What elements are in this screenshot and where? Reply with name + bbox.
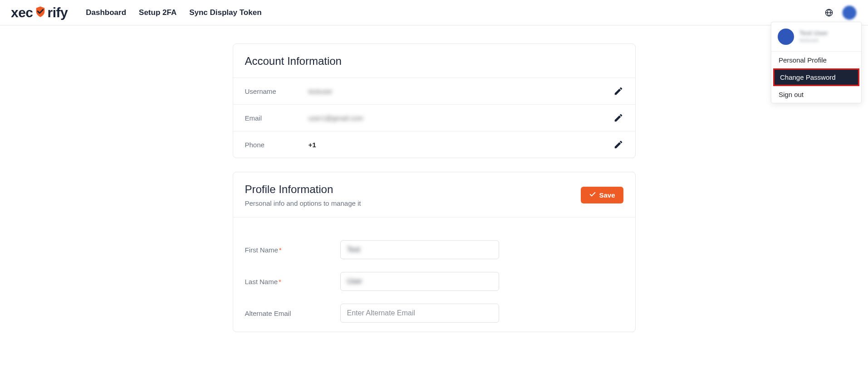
- email-label: Email: [245, 114, 309, 122]
- username-label: Username: [245, 87, 309, 95]
- dropdown-sign-out[interactable]: Sign out: [771, 86, 861, 103]
- phone-label: Phone: [245, 141, 309, 149]
- avatar: [778, 29, 794, 45]
- email-value: user1@gmail.com: [309, 114, 363, 122]
- check-icon: [589, 191, 596, 199]
- account-row-email: Email user1@gmail.com: [233, 104, 635, 131]
- primary-nav: Dashboard Setup 2FA Sync Display Token: [86, 8, 261, 17]
- top-nav: xec rify Dashboard Setup 2FA Sync Displa…: [0, 0, 868, 25]
- dropdown-personal-profile[interactable]: Personal Profile: [771, 52, 861, 68]
- username-value: testuser: [309, 87, 333, 95]
- dropdown-user-header: Test User testuser: [771, 22, 861, 52]
- edit-phone-icon[interactable]: [613, 140, 623, 150]
- first-name-input[interactable]: Test: [340, 240, 499, 259]
- form-row-alternate-email: Alternate Email: [245, 304, 623, 323]
- required-asterisk: *: [279, 246, 282, 254]
- profile-info-subtitle: Personal info and options to manage it: [245, 199, 361, 207]
- first-name-value: Test: [347, 246, 360, 254]
- phone-value: +1: [309, 141, 316, 149]
- last-name-input[interactable]: User: [340, 272, 499, 291]
- required-asterisk: *: [279, 278, 281, 285]
- edit-username-icon[interactable]: [613, 86, 623, 96]
- form-row-first-name: First Name* Test: [245, 240, 623, 259]
- nav-setup-2fa[interactable]: Setup 2FA: [139, 8, 177, 17]
- user-dropdown: Test User testuser Personal Profile Chan…: [771, 22, 862, 103]
- alternate-email-input[interactable]: [340, 304, 499, 323]
- brand-text-right: rify: [48, 5, 68, 20]
- save-button[interactable]: Save: [581, 187, 623, 203]
- last-name-value: User: [347, 277, 363, 285]
- first-name-label-text: First Name: [245, 246, 278, 254]
- last-name-label: Last Name*: [245, 278, 340, 285]
- profile-form: First Name* Test Last Name* User Alterna…: [233, 218, 635, 332]
- dropdown-change-password[interactable]: Change Password: [773, 68, 859, 86]
- dropdown-user-sub: testuser: [799, 37, 828, 44]
- brand-text-left: xec: [11, 5, 33, 20]
- profile-info-card: Profile Information Personal info and op…: [233, 172, 636, 332]
- profile-info-header: Profile Information Personal info and op…: [233, 172, 635, 218]
- account-row-username: Username testuser: [233, 78, 635, 104]
- edit-email-icon[interactable]: [613, 113, 623, 123]
- profile-info-title: Profile Information: [245, 183, 361, 196]
- account-info-card: Account Information Username testuser Em…: [233, 44, 636, 158]
- nav-sync-display-token[interactable]: Sync Display Token: [189, 8, 261, 17]
- first-name-label: First Name*: [245, 246, 340, 254]
- nav-dashboard[interactable]: Dashboard: [86, 8, 126, 17]
- globe-icon[interactable]: [824, 8, 834, 17]
- account-info-header: Account Information: [233, 44, 635, 78]
- main-content: Account Information Username testuser Em…: [0, 25, 868, 332]
- form-row-last-name: Last Name* User: [245, 272, 623, 291]
- shield-icon: [34, 5, 47, 20]
- brand-logo[interactable]: xec rify: [11, 5, 68, 20]
- account-info-title: Account Information: [245, 55, 623, 68]
- dropdown-user-name: Test User: [799, 29, 828, 37]
- account-row-phone: Phone +1: [233, 131, 635, 158]
- alternate-email-label: Alternate Email: [245, 310, 340, 317]
- dropdown-change-password-wrap: Change Password: [771, 68, 861, 86]
- save-button-label: Save: [599, 191, 615, 199]
- last-name-label-text: Last Name: [245, 278, 278, 285]
- user-avatar-button[interactable]: [842, 5, 857, 20]
